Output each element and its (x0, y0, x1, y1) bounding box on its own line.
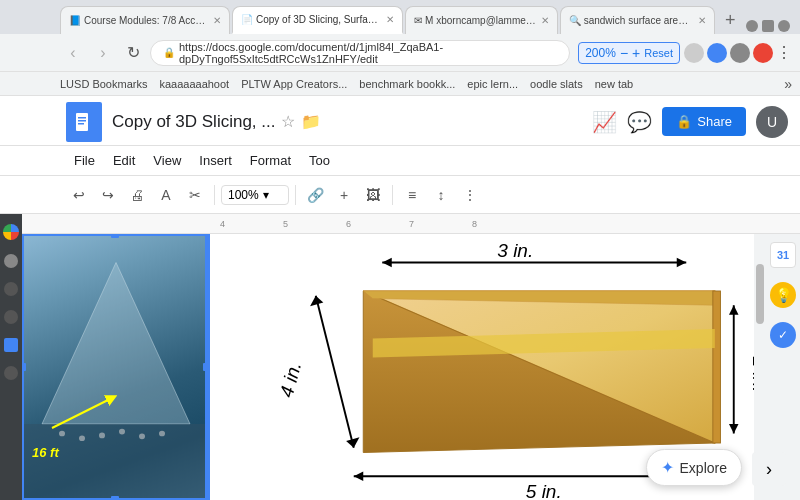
menu-edit[interactable]: Edit (105, 150, 143, 171)
redo-button[interactable]: ↪ (95, 182, 121, 208)
star-icon[interactable]: ☆ (281, 112, 295, 131)
svg-text:2 in.: 2 in. (749, 356, 754, 393)
share-button[interactable]: 🔒 Share (662, 107, 746, 136)
bulb-icon[interactable]: 💡 (770, 282, 796, 308)
left-image: 16 ft (22, 234, 207, 500)
svg-marker-20 (677, 258, 687, 268)
handle-left[interactable] (22, 363, 26, 371)
back-button[interactable]: ‹ (60, 40, 86, 66)
chrome-icon-6 (4, 366, 18, 380)
browser-icons: ⋮ (684, 43, 792, 63)
print-button[interactable]: 🖨 (124, 182, 150, 208)
bookmark-new-tab[interactable]: new tab (595, 78, 634, 90)
bookmarks-more-icon[interactable]: » (784, 76, 792, 92)
zoom-selector[interactable]: 100% ▾ (221, 185, 289, 205)
svg-rect-3 (78, 123, 84, 125)
menu-file[interactable]: File (66, 150, 103, 171)
tab-1-label: Course Modules: 7/8 Accelerati... (84, 15, 209, 26)
more-button[interactable]: ⋮ (776, 43, 792, 62)
tab-3-close[interactable]: ✕ (541, 15, 549, 26)
handle-top[interactable] (111, 234, 119, 238)
ruler: 4 5 6 7 8 (22, 214, 800, 234)
comment-button[interactable]: + (331, 182, 357, 208)
louvre-shape (22, 234, 210, 500)
handle-bottom[interactable] (111, 496, 119, 500)
minimize-button[interactable] (746, 20, 758, 32)
browser-window: 📘 Course Modules: 7/8 Accelerati... ✕ 📄 … (0, 0, 800, 500)
bookmarks-bar: LUSD Bookmarks kaaaaaaahoot PLTW App Cre… (0, 72, 800, 96)
svg-point-10 (139, 434, 145, 440)
tab-4-label: sandwich surface area net - Goo... (584, 15, 694, 26)
svg-marker-31 (354, 472, 364, 482)
chart-icon[interactable]: 📈 (592, 110, 617, 134)
explore-button[interactable]: ✦ Explore (646, 449, 742, 486)
svg-marker-24 (346, 437, 359, 447)
menu-view[interactable]: View (145, 150, 189, 171)
zoom-minus-button[interactable]: − (620, 45, 628, 61)
tab-2-label: Copy of 3D Slicing, Surface Are... (256, 14, 382, 25)
left-panel-annotation (42, 388, 122, 440)
zoom-plus-button[interactable]: + (632, 45, 640, 61)
spell-check-button[interactable]: A (153, 182, 179, 208)
check-icon[interactable]: ✓ (770, 322, 796, 348)
maximize-button[interactable] (762, 20, 774, 32)
tab-2-close[interactable]: ✕ (386, 14, 394, 25)
extension-icon-3[interactable] (730, 43, 750, 63)
svg-text:5 in.: 5 in. (526, 481, 562, 500)
svg-line-12 (52, 398, 112, 428)
tab-4-close[interactable]: ✕ (698, 15, 706, 26)
bookmark-epic[interactable]: epic lern... (467, 78, 518, 90)
undo-button[interactable]: ↩ (66, 182, 92, 208)
scrollbar-thumb[interactable] (756, 264, 764, 324)
menu-insert[interactable]: Insert (191, 150, 240, 171)
spacing-button[interactable]: ↕ (428, 182, 454, 208)
chrome-icon-2 (4, 254, 18, 268)
ruler-mark-5: 5 (283, 219, 288, 229)
doc-icon (66, 102, 102, 142)
handle-right[interactable] (203, 363, 210, 371)
bookmark-pltw[interactable]: PLTW App Creators... (241, 78, 347, 90)
ruler-mark-4: 4 (220, 219, 225, 229)
extension-icon-4[interactable] (753, 43, 773, 63)
calendar-icon[interactable]: 31 (770, 242, 796, 268)
align-button[interactable]: ≡ (399, 182, 425, 208)
share-label: Share (697, 114, 732, 129)
close-button[interactable] (778, 20, 790, 32)
ruler-mark-7: 7 (409, 219, 414, 229)
svg-rect-16 (713, 291, 721, 443)
explore-icon: ✦ (661, 458, 674, 477)
refresh-button[interactable]: ↻ (120, 40, 146, 66)
more-tools-button[interactable]: ⋮ (457, 182, 483, 208)
tab-1-close[interactable]: ✕ (213, 15, 221, 26)
svg-rect-1 (78, 117, 86, 119)
tab-2-active[interactable]: 📄 Copy of 3D Slicing, Surface Are... ✕ (232, 6, 403, 34)
bookmark-benchmark[interactable]: benchmark bookk... (359, 78, 455, 90)
annotation-arrows (42, 388, 122, 438)
image-button[interactable]: 🖼 (360, 182, 386, 208)
menu-format[interactable]: Format (242, 150, 299, 171)
left-panel: 16 ft (22, 234, 210, 500)
new-tab-button[interactable]: + (717, 6, 744, 34)
tab-4[interactable]: 🔍 sandwich surface area net - Goo... ✕ (560, 6, 715, 34)
tab-1[interactable]: 📘 Course Modules: 7/8 Accelerati... ✕ (60, 6, 230, 34)
svg-text:3 in.: 3 in. (497, 240, 533, 261)
bookmark-google-slides[interactable]: oodle slats (530, 78, 583, 90)
bookmark-lusd[interactable]: LUSD Bookmarks (60, 78, 147, 90)
zoom-level: 200% (585, 46, 616, 60)
move-to-icon[interactable]: 📁 (301, 112, 321, 131)
explore-chevron-button[interactable]: › (752, 452, 786, 486)
comment-icon[interactable]: 💬 (627, 110, 652, 134)
zoom-reset-button[interactable]: Reset (644, 47, 673, 59)
toolbar-separator-3 (392, 185, 393, 205)
menu-tools[interactable]: Too (301, 150, 338, 171)
extension-icon-2[interactable] (707, 43, 727, 63)
extension-icon-1[interactable] (684, 43, 704, 63)
avatar[interactable]: U (756, 106, 788, 138)
tab-3[interactable]: ✉ M xborncamp@lammersvillesd... ✕ (405, 6, 558, 34)
chrome-left-sidebar (0, 214, 22, 500)
bookmark-kahoot[interactable]: kaaaaaaahoot (159, 78, 229, 90)
forward-button[interactable]: › (90, 40, 116, 66)
link-button[interactable]: 🔗 (302, 182, 328, 208)
address-bar[interactable]: 🔒 https://docs.google.com/document/d/1jm… (150, 40, 570, 66)
paint-format-button[interactable]: ✂ (182, 182, 208, 208)
